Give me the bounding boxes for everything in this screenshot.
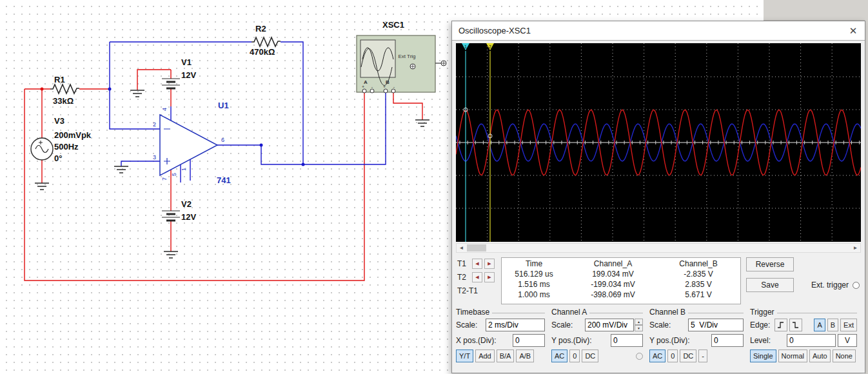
rising-edge-icon <box>777 320 785 330</box>
trigger-title: Trigger <box>750 308 774 317</box>
channel-b-scale-input[interactable] <box>688 319 744 331</box>
channel-b-dc-button[interactable]: DC <box>680 349 696 362</box>
channel-a-ac-button[interactable]: AC <box>551 349 567 362</box>
channel-b-ac-button[interactable]: AC <box>649 349 666 362</box>
t1-right-button[interactable]: ▶ <box>484 259 495 269</box>
channel-a-radio <box>636 353 643 360</box>
wire-blue-net[interactable] <box>110 42 386 182</box>
channel-b-scale-label: Scale: <box>649 320 671 330</box>
trigger-unit-dropdown[interactable]: V <box>838 334 857 347</box>
trigger-auto-button[interactable]: Auto <box>809 349 831 362</box>
cursor-delta-label: T2-T1 <box>457 286 478 295</box>
trigger-normal-button[interactable]: Normal <box>778 349 807 362</box>
timebase-title: Timebase <box>456 308 489 317</box>
junction-dot <box>41 88 44 91</box>
ext-trigger-radio[interactable] <box>853 282 860 289</box>
channel-a-dc-button[interactable]: DC <box>582 349 598 362</box>
svg-text:Ext Trig: Ext Trig <box>398 54 415 59</box>
svg-text:5: 5 <box>171 173 177 176</box>
resistor-r1[interactable]: R1 33kΩ <box>50 75 79 106</box>
falling-edge-icon <box>792 320 800 330</box>
channel-a-scale-input[interactable] <box>585 319 634 331</box>
trigger-none-button[interactable]: None <box>833 349 856 362</box>
resistor-r2[interactable]: R2 470kΩ <box>250 24 281 57</box>
channel-a-ypos-input[interactable] <box>611 334 643 347</box>
channel-a-scale-label: Scale: <box>551 320 573 330</box>
t2-right-button[interactable]: ▶ <box>484 272 495 282</box>
timebase-xpos-input[interactable] <box>513 334 545 347</box>
spinner-down-icon[interactable]: ▼ <box>635 325 643 331</box>
falling-edge-button[interactable] <box>789 319 802 331</box>
battery-v1[interactable]: V1 12V <box>162 57 196 88</box>
oscilloscope-icon-xsc1[interactable]: Ext Trig A B + - + - XSC1 <box>357 20 446 93</box>
channel-b-ypos-input[interactable] <box>711 334 744 347</box>
svg-text:12V: 12V <box>181 212 196 222</box>
channel-b-zero-button[interactable]: 0 <box>667 349 678 362</box>
table-row-t2t1: 1.000 ms -398.069 mV 5.671 V <box>502 290 740 300</box>
yt-button[interactable]: Y/T <box>456 349 473 362</box>
save-button[interactable]: Save <box>746 278 794 292</box>
channel-b-minus-button[interactable]: - <box>698 349 707 362</box>
svg-text:741: 741 <box>217 175 231 185</box>
battery-v2[interactable]: V2 12V <box>162 199 196 222</box>
channel-b-ypos-label: Y pos.(Div): <box>649 336 689 345</box>
svg-text:6: 6 <box>221 137 224 143</box>
spinner-up-icon[interactable]: ▲ <box>635 319 643 325</box>
cursor-t2-label: T2 <box>457 273 470 282</box>
oscilloscope-window: Oscilloscope-XSC1 ✕ 12 ◄ ► T1 ◀ ▶ T2 ◀ ▶… <box>451 21 865 373</box>
table-header-row: Time Channel_A Channel_B <box>502 259 740 269</box>
svg-text:V2: V2 <box>181 199 192 209</box>
svg-text:+: + <box>362 84 364 89</box>
junction-dot <box>302 163 305 166</box>
trigger-level-label: Level: <box>750 336 771 345</box>
svg-text:+: + <box>383 84 386 89</box>
scrollbar-thumb[interactable] <box>467 244 486 251</box>
svg-text:7: 7 <box>161 177 168 181</box>
scope-display[interactable]: 12 <box>456 43 861 242</box>
timebase-scale-input[interactable] <box>486 319 545 331</box>
svg-text:R1: R1 <box>54 75 65 84</box>
svg-text:33kΩ: 33kΩ <box>53 96 74 106</box>
scroll-left-icon[interactable]: ◄ <box>457 244 466 252</box>
scroll-right-icon[interactable]: ► <box>851 244 860 252</box>
channel-a-group: Channel A Scale: ▲ ▼ Y pos.(Div): AC 0 D… <box>551 307 643 373</box>
trigger-ext-button[interactable]: Ext <box>840 319 857 331</box>
svg-text:1: 1 <box>464 44 467 49</box>
ba-button[interactable]: B/A <box>497 349 515 362</box>
timebase-xpos-label: X pos.(Div): <box>456 336 497 345</box>
ext-trigger-label: Ext. trigger <box>811 280 849 290</box>
junction-dot <box>108 88 112 91</box>
channel-a-ypos-label: Y pos.(Div): <box>551 336 591 345</box>
ab-button[interactable]: A/B <box>516 349 534 362</box>
trigger-level-input[interactable] <box>787 334 836 347</box>
channel-b-group: Channel B Scale: Y pos.(Div): AC 0 DC - <box>649 307 744 373</box>
trigger-b-button[interactable]: B <box>827 319 838 331</box>
channel-a-scale-spinner[interactable]: ▲ ▼ <box>635 319 643 331</box>
svg-text:U1: U1 <box>218 101 229 110</box>
trigger-a-button[interactable]: A <box>814 319 825 331</box>
opamp-u1[interactable]: 2 3 4 6 7 5 1 U1 741 <box>153 101 231 185</box>
trigger-group: Trigger Edge: A B Ext Level: V <box>750 307 857 373</box>
svg-text:2: 2 <box>153 121 156 128</box>
svg-text:200mVpk: 200mVpk <box>54 130 92 140</box>
scope-hscrollbar[interactable]: ◄ ► <box>456 243 861 253</box>
svg-text:V1: V1 <box>181 57 192 67</box>
timebase-group: Timebase Scale: X pos.(Div): Y/T Add B/A… <box>456 307 545 373</box>
rising-edge-button[interactable] <box>774 319 787 331</box>
svg-text:500Hz: 500Hz <box>54 142 79 152</box>
t2-left-button[interactable]: ◀ <box>472 272 482 282</box>
t1-left-button[interactable]: ◀ <box>472 259 482 269</box>
reverse-button[interactable]: Reverse <box>746 257 794 271</box>
trigger-single-button[interactable]: Single <box>750 349 776 362</box>
ground-symbols[interactable] <box>35 90 429 258</box>
titlebar[interactable]: Oscilloscope-XSC1 ✕ <box>452 21 865 41</box>
svg-text:XSC1: XSC1 <box>382 20 404 30</box>
add-button[interactable]: Add <box>475 349 495 362</box>
ac-source-v3[interactable]: V3 200mVpk 500Hz 0° <box>31 116 92 163</box>
svg-text:V3: V3 <box>54 116 64 126</box>
table-row-t1: 516.129 us 199.034 mV -2.835 V <box>502 269 740 279</box>
svg-text:4: 4 <box>161 108 168 111</box>
window-title: Oscilloscope-XSC1 <box>459 26 531 35</box>
close-icon[interactable]: ✕ <box>842 25 865 37</box>
channel-a-zero-button[interactable]: 0 <box>569 349 580 362</box>
